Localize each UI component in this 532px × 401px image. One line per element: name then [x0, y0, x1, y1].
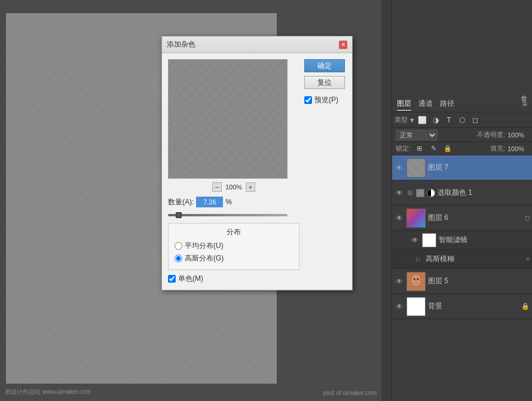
- layer-item-selective1[interactable]: 👁 ⛓ 选取颜色 1: [392, 180, 532, 206]
- amount-label: 数量(A):: [168, 197, 194, 207]
- dialog-preview: [168, 59, 288, 179]
- thumb-layer7: [406, 158, 426, 177]
- gaussian-radio-row: 高斯分布(G): [175, 253, 293, 264]
- adjustment-layer-icon[interactable]: ◑: [430, 114, 442, 126]
- zoom-value: 100%: [225, 183, 242, 191]
- visibility-layer6[interactable]: 👁: [395, 213, 404, 223]
- shape-layer-icon[interactable]: ⬡: [456, 114, 468, 126]
- zoom-in-button[interactable]: +: [246, 182, 255, 192]
- amount-row: 数量(A): %: [168, 197, 299, 207]
- lock-row: 锁定: ⊞ ✎ 🔒 填充: 100%: [392, 142, 532, 155]
- name-background: 背景: [428, 301, 519, 311]
- panel-top-icons: 🗑: [392, 93, 532, 105]
- lock-pixels-icon[interactable]: ⊞: [413, 143, 425, 155]
- visibility-smart-filter[interactable]: 👁: [410, 235, 420, 245]
- name-layer5: 图层 5: [428, 276, 530, 286]
- preview-checkbox[interactable]: [304, 96, 312, 104]
- monochrome-checkbox[interactable]: [168, 275, 176, 283]
- blend-mode-row: 正常 不透明度: 100%: [392, 128, 532, 142]
- thumb-layer6: [406, 209, 426, 228]
- thumb-smart-filter: [422, 233, 436, 247]
- layer-item-layer5[interactable]: 👁 图层 5: [392, 269, 532, 294]
- uniform-label[interactable]: 平均分布(U): [185, 241, 224, 251]
- name-selective1: 选取颜色 1: [438, 188, 530, 198]
- right-panel: 🗑 图层 通道 路径 ≡ 类型 ▼ ⬜ ◑ T ⬡ ◻ 正常 不透明度: 100…: [392, 0, 532, 401]
- name-smart-filter: 智能滤镜: [439, 235, 467, 245]
- add-noise-dialog: 添加杂色 ✕ − 100% + 数量(A): %: [161, 36, 353, 290]
- dialog-body: − 100% + 数量(A): % 分布 平均分布(U): [162, 53, 352, 290]
- smart-object-icon[interactable]: ◻: [469, 114, 481, 126]
- type-layer-icon[interactable]: T: [443, 114, 455, 126]
- thumb-selective1: [427, 189, 435, 197]
- layer-item-smart-filter[interactable]: 👁 智能滤镜: [392, 231, 532, 250]
- layer-item-layer6[interactable]: 👁 图层 6 ◻: [392, 206, 532, 231]
- fill-label: 填充:: [490, 144, 505, 153]
- preview-checkbox-row: 预览(P): [304, 95, 346, 105]
- dialog-right: 确定 复位 预览(P): [304, 59, 346, 284]
- blend-mode-select[interactable]: 正常: [396, 130, 438, 140]
- expand-icon-gaussian: ▷: [416, 256, 421, 262]
- svg-point-1: [412, 274, 421, 286]
- ok-button[interactable]: 确定: [304, 59, 345, 72]
- name-layer6: 图层 6: [428, 213, 522, 223]
- mask-selective1: [416, 189, 424, 197]
- pixel-layer-icon[interactable]: ⬜: [417, 114, 429, 126]
- kind-label: 类型: [395, 115, 408, 124]
- monochrome-row: 单色(M): [168, 274, 299, 284]
- opacity-row: 不透明度: 100%: [477, 130, 528, 139]
- uniform-radio[interactable]: [175, 242, 182, 250]
- uniform-radio-row: 平均分布(U): [175, 241, 293, 251]
- reset-button[interactable]: 复位: [304, 76, 345, 89]
- chain-selective1: ⛓: [406, 189, 414, 196]
- dialog-titlebar[interactable]: 添加杂色 ✕: [162, 36, 352, 53]
- dialog-close-button[interactable]: ✕: [339, 41, 347, 49]
- smart-object-badge-layer6: ◻: [525, 215, 530, 221]
- panel-type-toolbar: 类型 ▼ ⬜ ◑ T ⬡ ◻: [392, 112, 532, 128]
- gaussian-radio[interactable]: [175, 255, 182, 262]
- visibility-layer7[interactable]: 👁: [395, 163, 404, 173]
- layer-item-layer7[interactable]: 👁 图层 7: [392, 155, 532, 180]
- dialog-title: 添加杂色: [167, 39, 195, 50]
- visibility-layer5[interactable]: 👁: [395, 277, 404, 286]
- visibility-background[interactable]: 👁: [395, 302, 404, 311]
- amount-input[interactable]: [196, 197, 223, 207]
- thumb-layer5: [406, 272, 426, 291]
- info-layer6: 图层 6: [428, 213, 522, 223]
- settings-icon-gaussian[interactable]: ≡: [526, 256, 530, 262]
- thumb-background: [406, 297, 426, 316]
- layer-item-gaussian-blur[interactable]: ▷ 高斯模糊 ≡: [392, 250, 532, 269]
- svg-point-3: [417, 278, 418, 280]
- lock-position-icon[interactable]: ✎: [427, 143, 439, 155]
- preview-label[interactable]: 预览(P): [314, 95, 338, 105]
- dialog-left: − 100% + 数量(A): % 分布 平均分布(U): [168, 59, 299, 284]
- lock-background-icon: 🔒: [521, 302, 530, 310]
- slider-row: [168, 210, 299, 218]
- opacity-label: 不透明度:: [477, 130, 505, 139]
- gaussian-label[interactable]: 高斯分布(G): [185, 253, 224, 264]
- layers-list: 👁 图层 7 👁 ⛓ 选取颜色 1 👁 图层 6 ◻: [392, 155, 532, 319]
- info-background: 背景: [428, 301, 519, 311]
- visibility-selective1[interactable]: 👁: [395, 188, 404, 198]
- distribution-title: 分布: [175, 227, 293, 237]
- opacity-value: 100%: [507, 131, 528, 139]
- layer-item-background[interactable]: 👁 背景 🔒: [392, 294, 532, 319]
- watermark-left: 易设计作品站 www.uimaker.com: [5, 388, 90, 396]
- zoom-out-button[interactable]: −: [212, 182, 222, 192]
- fill-value: 100%: [507, 145, 528, 152]
- amount-percent: %: [225, 198, 232, 206]
- amount-slider[interactable]: [168, 214, 288, 216]
- svg-point-2: [414, 278, 415, 280]
- delete-layer-icon[interactable]: 🗑: [519, 93, 530, 104]
- monochrome-label[interactable]: 单色(M): [178, 274, 203, 284]
- watermark-right: post of uimaker.com: [323, 390, 377, 396]
- lock-all-icon[interactable]: 🔒: [442, 143, 454, 155]
- zoom-controls: − 100% +: [168, 182, 299, 192]
- name-gaussian-blur: 高斯模糊: [426, 254, 454, 264]
- lock-label: 锁定:: [396, 144, 411, 153]
- distribution-group: 分布 平均分布(U) 高斯分布(G): [168, 223, 299, 270]
- info-selective1: 选取颜色 1: [438, 188, 530, 198]
- kind-dropdown-icon: ▼: [409, 117, 415, 124]
- name-layer7: 图层 7: [428, 163, 530, 173]
- info-layer5: 图层 5: [428, 276, 530, 286]
- info-layer7: 图层 7: [428, 163, 530, 173]
